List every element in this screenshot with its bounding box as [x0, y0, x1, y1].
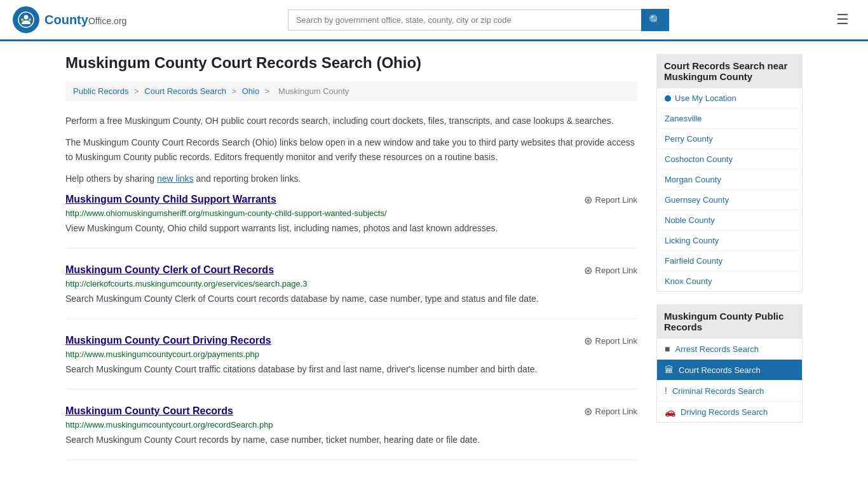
report-link-2[interactable]: ⊛ Report Link — [584, 335, 637, 347]
search-button[interactable]: 🔍 — [641, 9, 669, 31]
search-icon: 🔍 — [649, 15, 661, 25]
new-links-link[interactable]: new links — [157, 173, 194, 184]
breadcrumb-court-records[interactable]: Court Records Search — [144, 86, 226, 96]
logo-area: CountyOffice.org — [13, 6, 126, 33]
nearby-list: Use My Location Zanesville Perry County … — [656, 88, 803, 292]
noble-county-link[interactable]: Noble County — [665, 215, 715, 225]
knox-county-link[interactable]: Knox County — [665, 276, 712, 286]
search-area: 🔍 — [288, 9, 669, 31]
zanesville-link[interactable]: Zanesville — [665, 114, 702, 123]
svg-point-1 — [24, 15, 29, 20]
public-records-icon-3: 🚗 — [665, 407, 675, 417]
report-icon-3: ⊛ — [584, 405, 592, 417]
result-url-3[interactable]: http://www.muskingumcountycourt.org/reco… — [65, 420, 637, 430]
content-area: Muskingum County Court Records Search (O… — [65, 54, 637, 476]
list-item[interactable]: Fairfield County — [657, 251, 802, 271]
result-item: Muskingum County Court Driving Records ⊛… — [65, 335, 637, 390]
breadcrumb: Public Records > Court Records Search > … — [65, 81, 637, 101]
breadcrumb-ohio[interactable]: Ohio — [242, 86, 259, 96]
result-url-0[interactable]: http://www.ohiomuskingumsheriff.org/musk… — [65, 208, 637, 218]
public-records-icon-1: 🏛 — [665, 365, 674, 375]
report-label-2: Report Link — [595, 336, 637, 346]
results-container: Muskingum County Child Support Warrants … — [65, 194, 637, 460]
use-location-link[interactable]: Use My Location — [675, 93, 736, 103]
public-records-item[interactable]: 🚗 Driving Records Search — [657, 402, 802, 422]
report-label-1: Report Link — [595, 266, 637, 275]
report-link-1[interactable]: ⊛ Report Link — [584, 264, 637, 276]
public-records-link-0[interactable]: Arrest Records Search — [675, 344, 759, 354]
svg-point-3 — [29, 18, 31, 21]
morgan-county-link[interactable]: Morgan County — [665, 175, 721, 184]
list-item[interactable]: Knox County — [657, 271, 802, 291]
sidebar: Court Records Search near Muskingum Coun… — [656, 54, 803, 476]
report-label-3: Report Link — [595, 407, 637, 416]
location-dot-icon — [665, 95, 671, 102]
result-title-0[interactable]: Muskingum County Child Support Warrants — [65, 194, 276, 205]
result-description-3: Search Muskingum County Court records by… — [65, 433, 637, 447]
report-icon-1: ⊛ — [584, 264, 592, 276]
intro-paragraph-1: Perform a free Muskingum County, OH publ… — [65, 114, 637, 128]
result-url-2[interactable]: http://www.muskingumcountycourt.org/paym… — [65, 349, 637, 359]
perry-county-link[interactable]: Perry County — [665, 134, 713, 144]
fairfield-county-link[interactable]: Fairfield County — [665, 256, 722, 266]
main-container: Muskingum County Court Records Search (O… — [53, 41, 815, 488]
intro-paragraph-3: Help others by sharing new links and rep… — [65, 172, 637, 186]
result-header: Muskingum County Clerk of Court Records … — [65, 264, 637, 276]
list-item[interactable]: Perry County — [657, 129, 802, 149]
list-item[interactable]: Noble County — [657, 210, 802, 231]
breadcrumb-public-records[interactable]: Public Records — [73, 86, 128, 96]
public-records-section: Muskingum County Public Records ■ Arrest… — [656, 304, 803, 423]
intro-3-pre: Help others by sharing — [65, 173, 157, 184]
list-item[interactable]: Morgan County — [657, 170, 802, 190]
intro-paragraph-2: The Muskingum County Court Records Searc… — [65, 135, 637, 164]
logo-icon — [13, 6, 39, 33]
coshocton-county-link[interactable]: Coshocton County — [665, 154, 733, 164]
public-records-item[interactable]: 🏛 Court Records Search — [657, 360, 802, 381]
report-icon-0: ⊛ — [584, 194, 592, 206]
result-header: Muskingum County Court Driving Records ⊛… — [65, 335, 637, 347]
result-title-3[interactable]: Muskingum County Court Records — [65, 405, 233, 417]
public-records-icon-0: ■ — [665, 344, 670, 354]
list-item[interactable]: Coshocton County — [657, 149, 802, 170]
nearby-heading: Court Records Search near Muskingum Coun… — [656, 54, 803, 88]
list-item[interactable]: Zanesville — [657, 109, 802, 129]
public-records-list: ■ Arrest Records Search 🏛 Court Records … — [656, 339, 803, 423]
nearby-section: Court Records Search near Muskingum Coun… — [656, 54, 803, 292]
page-title: Muskingum County Court Records Search (O… — [65, 54, 637, 72]
result-url-1[interactable]: http://clerkofcourts.muskingumcounty.org… — [65, 279, 637, 288]
result-description-2: Search Muskingum County Court traffic ci… — [65, 363, 637, 376]
search-input[interactable] — [288, 10, 641, 30]
public-records-item[interactable]: ■ Arrest Records Search — [657, 339, 802, 360]
public-records-icon-2: ! — [665, 386, 667, 396]
svg-point-2 — [21, 18, 24, 21]
report-label-0: Report Link — [595, 195, 637, 205]
result-title-1[interactable]: Muskingum County Clerk of Court Records — [65, 264, 274, 276]
report-link-0[interactable]: ⊛ Report Link — [584, 194, 637, 206]
intro-3-post: and reporting broken links. — [194, 173, 301, 184]
result-item: Muskingum County Child Support Warrants … — [65, 194, 637, 248]
result-header: Muskingum County Court Records ⊛ Report … — [65, 405, 637, 417]
result-description-1: Search Muskingum County Clerk of Courts … — [65, 292, 637, 306]
guernsey-county-link[interactable]: Guernsey County — [665, 195, 729, 205]
hamburger-menu-icon[interactable]: ☰ — [830, 8, 855, 31]
report-link-3[interactable]: ⊛ Report Link — [584, 405, 637, 417]
licking-county-link[interactable]: Licking County — [665, 236, 719, 245]
result-description-0: View Muskingum County, Ohio child suppor… — [65, 222, 637, 235]
use-my-location-item[interactable]: Use My Location — [657, 88, 802, 109]
svg-point-0 — [18, 12, 34, 27]
public-records-item[interactable]: ! Criminal Records Search — [657, 381, 802, 402]
public-records-link-1[interactable]: Court Records Search — [679, 365, 761, 375]
logo-text: CountyOffice.org — [44, 13, 126, 27]
list-item[interactable]: Licking County — [657, 231, 802, 251]
result-item: Muskingum County Court Records ⊛ Report … — [65, 405, 637, 460]
result-title-2[interactable]: Muskingum County Court Driving Records — [65, 335, 271, 346]
report-icon-2: ⊛ — [584, 335, 592, 347]
list-item[interactable]: Guernsey County — [657, 190, 802, 210]
public-records-link-3[interactable]: Driving Records Search — [681, 407, 768, 417]
breadcrumb-current: Muskingum County — [278, 86, 349, 96]
result-item: Muskingum County Clerk of Court Records … — [65, 264, 637, 319]
public-records-link-2[interactable]: Criminal Records Search — [672, 386, 764, 396]
site-header: CountyOffice.org 🔍 ☰ — [0, 0, 868, 41]
result-header: Muskingum County Child Support Warrants … — [65, 194, 637, 206]
public-records-heading: Muskingum County Public Records — [656, 304, 803, 339]
